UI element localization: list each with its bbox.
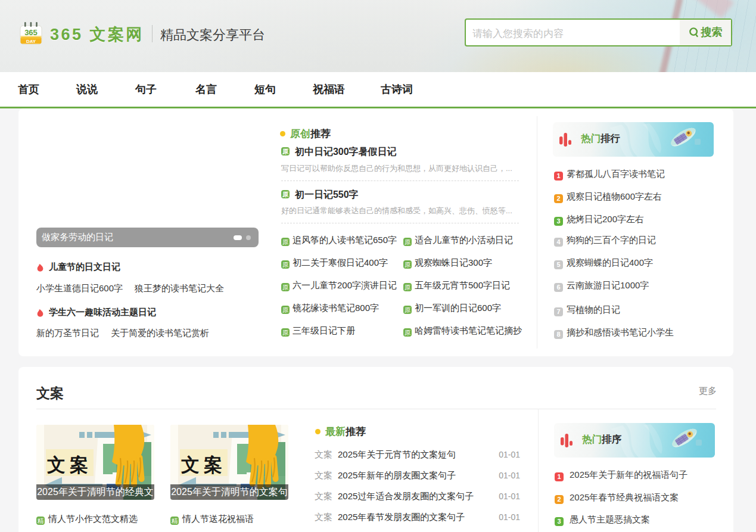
svg-text:365: 365: [24, 28, 38, 37]
svg-text:文案: 文案: [47, 455, 92, 475]
svg-text:DAY: DAY: [26, 39, 36, 44]
svg-text:文案: 文案: [181, 455, 226, 475]
